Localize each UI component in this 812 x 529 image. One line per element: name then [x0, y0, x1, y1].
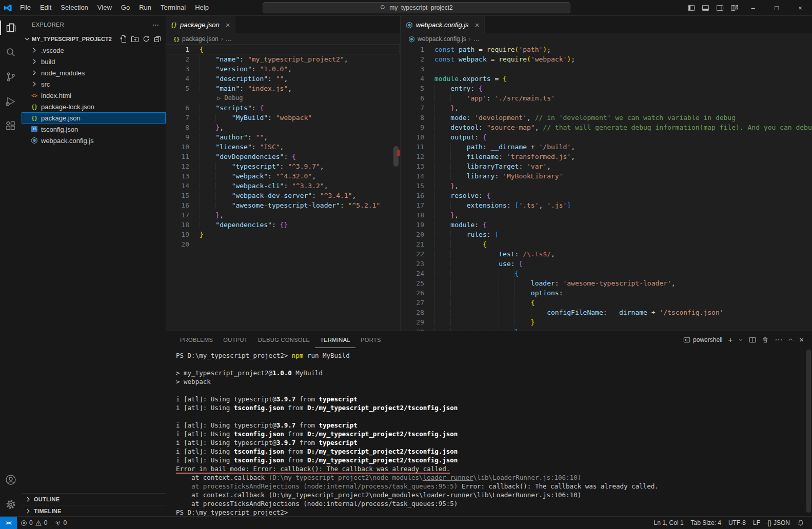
toggle-panel-icon[interactable]	[698, 0, 712, 15]
maximize-panel-icon[interactable]	[788, 337, 794, 342]
menu-edit[interactable]: Edit	[35, 0, 56, 15]
new-terminal-icon[interactable]: +	[728, 336, 732, 343]
code-line: 12 filename: 'transformed.js',	[401, 152, 812, 161]
tree-item-src[interactable]: src	[22, 78, 166, 90]
menu-go[interactable]: Go	[116, 0, 134, 15]
editor-group-left: {} package.json × {} package.json › … 1{…	[166, 15, 400, 331]
sidebar-title: EXPLORER	[32, 22, 64, 28]
code-editor-webpack-config[interactable]: 1const path = require('path');2const web…	[401, 45, 812, 331]
breadcrumb-right[interactable]: webpack.config.js › …	[401, 33, 812, 45]
warning-icon	[35, 520, 42, 526]
close-panel-icon[interactable]: ×	[799, 336, 804, 343]
line-number: 5	[166, 84, 189, 93]
kill-terminal-icon[interactable]	[762, 336, 769, 343]
panel-tab-problems[interactable]: PROBLEMS	[175, 331, 218, 348]
panel-tab-terminal[interactable]: TERMINAL	[315, 331, 355, 348]
html-file-icon: <>	[31, 93, 37, 98]
line-number: 20	[166, 239, 189, 249]
breadcrumb-file[interactable]: package.json	[182, 35, 219, 43]
encoding-indicator[interactable]: UTF-8	[725, 519, 749, 526]
line-number: 6	[166, 103, 189, 113]
tree-item-tsconfig.json[interactable]: TStsconfig.json	[22, 124, 166, 135]
panel-tab-debug-console[interactable]: DEBUG CONSOLE	[253, 331, 315, 348]
breadcrumb-symbol[interactable]: …	[473, 35, 480, 43]
code-line: 13 "webpack": "^4.32.0",	[166, 171, 400, 181]
explorer-icon[interactable]	[0, 15, 22, 40]
menu-selection[interactable]: Selection	[56, 0, 92, 15]
notifications-bell-icon[interactable]	[794, 519, 808, 526]
eol-indicator[interactable]: LF	[749, 519, 764, 526]
source-control-icon[interactable]	[0, 65, 22, 89]
breadcrumb-symbol[interactable]: …	[226, 35, 232, 43]
close-tab-icon[interactable]: ×	[475, 21, 480, 29]
close-window-button[interactable]: ×	[788, 0, 812, 15]
collapse-folders-icon[interactable]	[153, 35, 162, 43]
line-number: 15	[401, 181, 424, 191]
menu-help[interactable]: Help	[190, 0, 213, 15]
menu-file[interactable]: File	[15, 0, 35, 15]
codelens-debug[interactable]: ▷ Debug	[166, 93, 400, 103]
toggle-sidebar-icon[interactable]	[684, 0, 698, 15]
close-tab-icon[interactable]: ×	[226, 21, 230, 29]
line-number: 14	[401, 171, 424, 181]
problems-status[interactable]: 0 0	[17, 517, 51, 529]
new-folder-icon[interactable]	[131, 35, 139, 43]
command-center-search[interactable]: my_typescript_project2	[263, 2, 570, 13]
panel-tab-ports[interactable]: PORTS	[355, 331, 386, 348]
explorer-more-actions-icon[interactable]: ⋯	[152, 21, 160, 29]
breadcrumb-file[interactable]: webpack.config.js	[418, 35, 466, 43]
code-editor-package-json[interactable]: 1{2 "name": "my_typescript_project2",3 "…	[166, 45, 400, 331]
panel-tab-output[interactable]: OUTPUT	[218, 331, 253, 348]
tab-package-json[interactable]: {} package.json ×	[166, 15, 235, 34]
panel-more-icon[interactable]: ⋯	[775, 336, 782, 343]
split-terminal-icon[interactable]	[749, 336, 756, 343]
terminal-shell-item[interactable]: powershell	[683, 336, 722, 343]
toggle-secondary-sidebar-icon[interactable]	[712, 0, 727, 15]
customize-layout-icon[interactable]	[727, 0, 741, 15]
tree-item-.vscode[interactable]: .vscode	[22, 45, 166, 56]
code-line: 18 "dependencies": {}	[166, 220, 400, 230]
menu-terminal[interactable]: Terminal	[156, 0, 190, 15]
ports-status[interactable]: 0	[51, 517, 70, 529]
project-root-row[interactable]: MY_TYPESCRIPT_PROJECT2	[22, 33, 166, 45]
breadcrumb-left[interactable]: {} package.json › …	[166, 33, 400, 45]
tree-item-package.json[interactable]: {}package.json	[22, 112, 166, 124]
tree-item-webpack.config.js[interactable]: webpack.config.js	[22, 135, 166, 146]
shell-name: powershell	[693, 336, 722, 343]
tree-item-build[interactable]: build	[22, 56, 166, 67]
terminal-line: i ⌈atl⌋: Using tsconfig.json from D:/my_…	[176, 430, 812, 438]
new-file-icon[interactable]	[120, 35, 128, 43]
tree-item-index.html[interactable]: <>index.html	[22, 90, 166, 101]
menu-view[interactable]: View	[93, 0, 116, 15]
section-outline[interactable]: OUTLINE	[22, 493, 166, 505]
editor-scrollbar[interactable]	[393, 146, 399, 167]
cursor-position[interactable]: Ln 1, Col 1	[650, 519, 687, 526]
error-icon	[21, 520, 27, 526]
breadcrumb-chevron-icon: ›	[469, 35, 471, 43]
refresh-icon[interactable]	[142, 35, 150, 43]
minimize-button[interactable]: –	[741, 0, 765, 15]
section-label: OUTLINE	[34, 496, 60, 502]
settings-gear-icon[interactable]	[0, 492, 22, 517]
remote-indicator[interactable]: ><	[0, 517, 17, 529]
tree-item-label: tsconfig.json	[41, 126, 78, 133]
accounts-icon[interactable]	[0, 467, 22, 492]
line-number: 1	[166, 45, 189, 54]
terminal-scrollbar[interactable]	[806, 350, 811, 513]
run-debug-icon[interactable]	[0, 89, 22, 114]
search-sidebar-icon[interactable]	[0, 40, 22, 65]
tab-size-indicator[interactable]: Tab Size: 4	[687, 519, 725, 526]
language-mode[interactable]: {} JSON	[764, 519, 794, 526]
line-number: 24	[401, 269, 424, 278]
menu-run[interactable]: Run	[134, 0, 156, 15]
maximize-button[interactable]: □	[765, 0, 788, 15]
terminal-output[interactable]: PS D:\my_typescript_project2> npm run My…	[166, 348, 812, 517]
extensions-icon[interactable]	[0, 114, 22, 138]
code-line: 7 "MyBuild": "webpack"	[166, 113, 400, 123]
tab-webpack-config[interactable]: webpack.config.js ×	[401, 15, 485, 34]
tree-item-package-lock.json[interactable]: {}package-lock.json	[22, 101, 166, 112]
terminal-dropdown-icon[interactable]	[738, 337, 743, 342]
section-timeline[interactable]: TIMELINE	[22, 505, 166, 517]
tree-item-node_modules[interactable]: node_modules	[22, 67, 166, 78]
code-line: 1{	[166, 45, 400, 54]
